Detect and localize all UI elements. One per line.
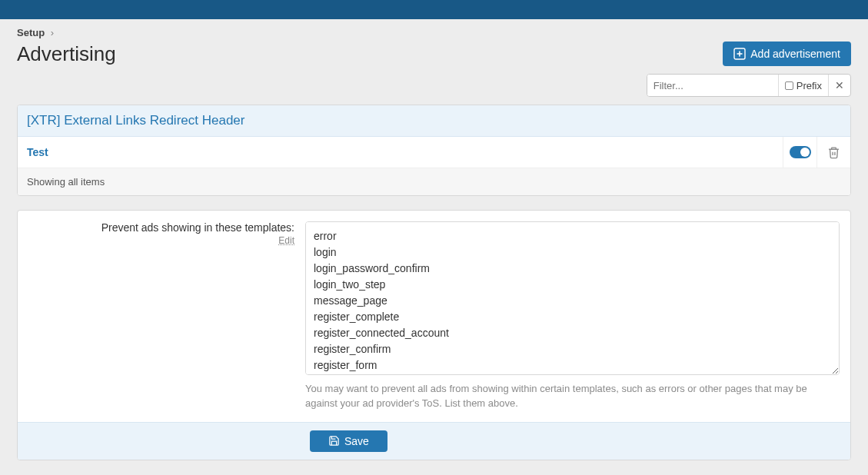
form-label-col: Prevent ads showing in these templates: … bbox=[28, 221, 305, 411]
checkbox-icon bbox=[785, 81, 793, 90]
edit-link[interactable]: Edit bbox=[28, 235, 294, 246]
add-advertisement-label: Add advertisement bbox=[750, 48, 840, 60]
filter-box: Prefix ✕ bbox=[647, 74, 851, 97]
panel-group-header[interactable]: [XTR] External Links Redirect Header bbox=[18, 105, 850, 137]
templates-textarea[interactable] bbox=[305, 221, 840, 375]
save-label: Save bbox=[344, 435, 369, 447]
main-container: Setup › Advertising Add advertisement Pr… bbox=[0, 19, 868, 475]
trash-icon bbox=[827, 146, 840, 159]
delete-button[interactable] bbox=[816, 137, 850, 168]
form-footer: Save bbox=[18, 422, 850, 460]
save-button[interactable]: Save bbox=[310, 430, 387, 452]
prefix-toggle[interactable]: Prefix bbox=[779, 75, 829, 96]
top-bar bbox=[0, 0, 868, 19]
filter-input[interactable] bbox=[647, 75, 778, 96]
toggle-on-icon bbox=[790, 146, 811, 158]
form-label: Prevent ads showing in these templates: bbox=[101, 221, 294, 234]
form-row: Prevent ads showing in these templates: … bbox=[18, 211, 850, 422]
panel-footer: Showing all items bbox=[18, 168, 850, 195]
breadcrumb: Setup › bbox=[17, 27, 851, 38]
chevron-right-icon: › bbox=[51, 27, 54, 38]
form-field-col: You may want to prevent all ads from sho… bbox=[305, 221, 840, 411]
filter-row: Prefix ✕ bbox=[17, 74, 851, 97]
clear-filter-button[interactable]: ✕ bbox=[829, 75, 850, 96]
toggle-enabled-button[interactable] bbox=[783, 137, 816, 168]
save-icon bbox=[328, 435, 340, 447]
breadcrumb-root[interactable]: Setup bbox=[17, 27, 45, 38]
ads-panel: [XTR] External Links Redirect Header Tes… bbox=[17, 105, 851, 196]
page-title: Advertising bbox=[17, 42, 116, 66]
prefix-label: Prefix bbox=[796, 80, 822, 91]
form-panel: Prevent ads showing in these templates: … bbox=[17, 210, 851, 460]
plus-box-icon bbox=[733, 48, 746, 60]
add-advertisement-button[interactable]: Add advertisement bbox=[723, 42, 851, 66]
form-hint: You may want to prevent all ads from sho… bbox=[305, 382, 840, 411]
list-row: Test bbox=[18, 137, 850, 168]
list-item-label[interactable]: Test bbox=[18, 138, 783, 166]
close-icon: ✕ bbox=[835, 79, 844, 91]
title-bar: Advertising Add advertisement bbox=[17, 42, 851, 66]
